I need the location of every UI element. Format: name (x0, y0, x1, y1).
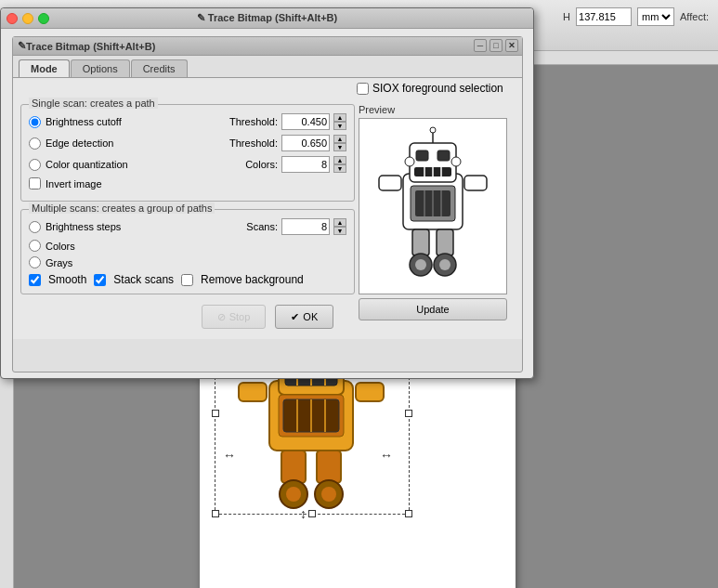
svg-rect-43 (437, 229, 453, 255)
svg-rect-30 (437, 150, 450, 161)
colors-spinbox: Colors: ▲ ▼ (245, 156, 346, 173)
scans-label: Scans: (246, 221, 278, 232)
colors-arrows: ▲ ▼ (333, 156, 346, 173)
inner-title-icon: ✎ (18, 40, 26, 52)
svg-point-47 (439, 259, 450, 270)
h-label: H (563, 11, 570, 22)
brightness-steps-radio[interactable] (29, 221, 41, 233)
ok-icon: ✔ (291, 311, 299, 323)
svg-point-49 (430, 127, 436, 133)
threshold-1-input[interactable] (281, 113, 330, 130)
siox-label: SIOX foreground selection (372, 82, 503, 95)
colors-input[interactable] (281, 156, 330, 173)
multiple-scans-label: Multiple scans: creates a group of paths (29, 203, 215, 214)
colorquant-label: Color quantization (46, 159, 128, 170)
handle-br[interactable] (405, 510, 412, 517)
threshold-2-spinbox: Threshold: ▲ ▼ (229, 135, 346, 151)
scans-down[interactable]: ▼ (333, 227, 346, 235)
edge-row: Edge detection Threshold: ▲ ▼ (29, 135, 346, 151)
svg-rect-41 (464, 176, 487, 190)
handle-mr[interactable] (405, 410, 412, 417)
left-panel: Single scan: creates a path Brightness c… (20, 104, 355, 294)
scans-input[interactable] (281, 218, 330, 235)
svg-point-51 (451, 157, 461, 166)
tab-options[interactable]: Options (71, 59, 130, 77)
tabs-bar: Mode Options Credits (13, 56, 522, 77)
siox-row: SIOX foreground selection (357, 82, 503, 95)
edge-radio[interactable] (29, 137, 41, 150)
dialog-title: ✎ Trace Bitmap (Shift+Alt+B) (197, 12, 337, 24)
affect-label: Affect: (680, 11, 709, 22)
threshold-1-down[interactable]: ▼ (333, 122, 346, 130)
smooth-label: Smooth (48, 273, 86, 286)
inner-dialog: ✎ Trace Bitmap (Shift+Alt+B) ─ □ ✕ Mode … (12, 36, 523, 372)
threshold-1-arrows: ▲ ▼ (333, 113, 346, 130)
svg-point-50 (405, 157, 414, 166)
handle-ml[interactable] (212, 410, 219, 417)
svg-rect-40 (379, 176, 401, 190)
unit-select[interactable]: mm (637, 7, 674, 26)
close-button[interactable] (7, 13, 18, 24)
scans-up[interactable]: ▲ (333, 218, 346, 227)
brightness-steps-row: Brightness steps Scans: ▲ ▼ (29, 218, 346, 235)
grays-label: Grays (46, 257, 72, 268)
stop-button[interactable]: ⊘ Stop (202, 305, 267, 329)
colors-up[interactable]: ▲ (333, 156, 346, 164)
threshold-2-up[interactable]: ▲ (333, 135, 346, 143)
colors-multi-label: Colors (46, 241, 75, 252)
multi-checkboxes: Smooth Stack scans Remove background (29, 273, 346, 286)
inner-controls: ─ □ ✕ (474, 39, 518, 52)
colors-label: Colors: (245, 159, 278, 170)
toolbar-right: H mm Affect: (563, 7, 709, 26)
single-scan-group: Single scan: creates a path Brightness c… (20, 104, 355, 202)
preview-box (359, 118, 507, 294)
inner-close-btn[interactable]: ✕ (505, 39, 518, 52)
handle-bm[interactable] (308, 510, 316, 517)
invert-label: Invert image (46, 178, 102, 189)
threshold-1-spinbox: Threshold: ▲ ▼ (229, 113, 346, 130)
scans-spinbox: Scans: ▲ ▼ (246, 218, 346, 235)
handle-bl[interactable] (212, 510, 219, 517)
maximize-button[interactable] (38, 13, 49, 24)
inner-minimize-btn[interactable]: ─ (474, 39, 487, 52)
threshold-2-input[interactable] (281, 135, 330, 151)
inner-titlebar: ✎ Trace Bitmap (Shift+Alt+B) ─ □ ✕ (13, 37, 522, 56)
window-controls (7, 13, 49, 24)
threshold-2-arrows: ▲ ▼ (333, 135, 346, 151)
minimize-button[interactable] (22, 13, 33, 24)
inner-restore-btn[interactable]: □ (490, 39, 503, 52)
stop-icon: ⊘ (217, 311, 226, 323)
tab-mode[interactable]: Mode (19, 59, 70, 77)
remove-bg-checkbox[interactable] (181, 274, 193, 286)
ok-label: OK (303, 311, 318, 322)
threshold-1-label: Threshold: (229, 116, 278, 127)
svg-point-45 (415, 259, 426, 270)
h-value-input[interactable] (576, 7, 632, 26)
stop-label: Stop (229, 311, 251, 322)
dialog-title-icon: ✎ (197, 12, 208, 23)
threshold-2-down[interactable]: ▼ (333, 143, 346, 151)
brightness-radio[interactable] (29, 116, 41, 128)
siox-checkbox[interactable] (357, 83, 369, 95)
colors-down[interactable]: ▼ (333, 164, 346, 173)
stack-checkbox[interactable] (94, 274, 106, 286)
svg-rect-42 (412, 229, 429, 255)
grays-radio[interactable] (29, 256, 41, 268)
brightness-row: Brightness cutoff Threshold: ▲ ▼ (29, 113, 346, 130)
ok-button[interactable]: ✔ OK (275, 305, 333, 329)
preview-label: Preview (359, 104, 507, 115)
grays-row: Grays (29, 256, 346, 268)
threshold-1-up[interactable]: ▲ (333, 113, 346, 122)
edge-label: Edge detection (46, 137, 113, 149)
colorquant-row: Color quantization Colors: ▲ ▼ (29, 156, 346, 173)
colorquant-radio[interactable] (29, 159, 41, 171)
remove-bg-label: Remove background (201, 273, 304, 286)
smooth-checkbox[interactable] (29, 274, 41, 286)
dialog-window: ✎ Trace Bitmap (Shift+Alt+B) ✎ Trace Bit… (0, 7, 534, 379)
colors-multi-radio[interactable] (29, 240, 41, 252)
invert-row: Invert image (29, 177, 346, 189)
multiple-scans-group: Multiple scans: creates a group of paths… (20, 209, 355, 294)
tab-credits[interactable]: Credits (131, 59, 188, 77)
threshold-2-label: Threshold: (229, 137, 278, 149)
invert-checkbox[interactable] (29, 177, 41, 189)
